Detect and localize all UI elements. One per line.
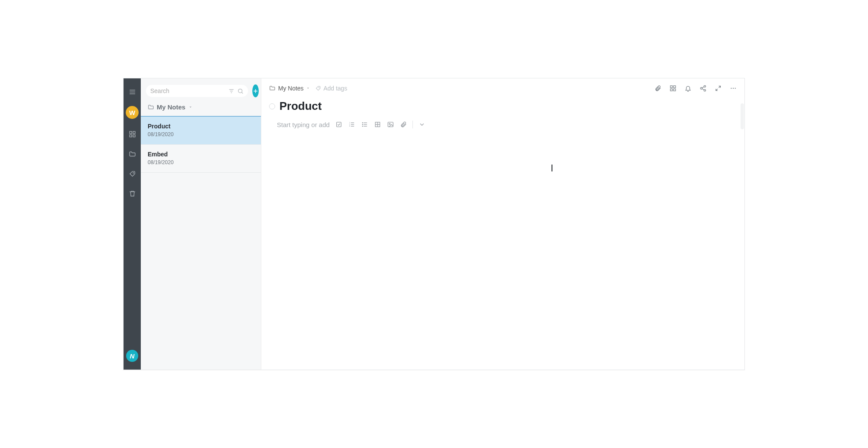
share-button[interactable] [699,84,707,92]
breadcrumb[interactable]: My Notes [269,85,310,92]
dashboard-button[interactable] [127,128,138,140]
breadcrumb-folder: My Notes [278,85,304,92]
add-tags-button[interactable]: Add tags [315,85,347,92]
list-item[interactable]: Embed 08/19/2020 [141,145,261,173]
svg-text:3: 3 [349,125,350,127]
paperclip-icon [654,85,661,92]
menu-button[interactable] [127,86,138,97]
separator [412,121,413,128]
editor-panel: My Notes Add tags [261,78,744,370]
view-button[interactable] [669,84,676,92]
editor-placeholder: Start typing or add [277,121,330,128]
list-item-date: 08/19/2020 [148,159,254,165]
insert-table-button[interactable] [374,121,381,128]
search-button[interactable] [237,88,244,94]
svg-point-15 [319,87,319,87]
folder-icon [129,150,136,158]
search-field-wrap[interactable] [146,85,248,97]
dots-icon [730,85,737,92]
svg-point-22 [704,89,706,91]
svg-line-24 [702,89,704,90]
editor-body[interactable] [261,132,744,370]
chevron-down-icon [188,105,193,109]
trash-button[interactable] [127,188,138,199]
insert-ordered-list-button[interactable]: 123 [348,121,356,128]
list-item-date: 08/19/2020 [148,131,254,137]
app-window: W N [123,78,745,370]
grid-icon [670,85,676,92]
svg-point-40 [362,122,363,123]
chevron-down-icon [418,121,425,128]
avatar-letter: W [129,109,135,116]
folders-button[interactable] [127,148,138,159]
scrollbar-thumb[interactable] [741,103,744,129]
folder-icon [148,104,154,110]
filter-button[interactable] [228,88,235,94]
search-input[interactable] [150,87,226,94]
trash-icon [129,190,136,197]
svg-rect-19 [673,89,676,91]
list-header-label: My Notes [157,103,186,111]
expand-button[interactable] [714,84,722,92]
tag-icon [315,85,321,91]
tags-button[interactable] [127,168,138,179]
app-logo-button[interactable]: N [126,350,138,362]
top-actions [654,84,737,92]
new-note-button[interactable] [252,84,259,97]
editor-placeholder-row: Start typing or add 123 [261,117,744,132]
svg-point-47 [389,123,390,124]
folder-icon [269,85,276,91]
ordered-list-icon: 123 [348,121,355,128]
insert-checkbox-button[interactable] [335,121,343,128]
svg-point-11 [239,89,242,93]
svg-rect-6 [133,134,135,137]
expand-icon [715,85,722,92]
svg-point-28 [732,87,733,88]
plus-icon [252,88,259,94]
search-icon [237,88,244,94]
list-toolbar [141,78,261,103]
insert-bullet-list-button[interactable] [361,121,369,128]
text-cursor [552,165,552,171]
add-tags-label: Add tags [323,85,347,92]
svg-point-20 [704,85,706,87]
checkbox-icon [335,121,342,128]
icon-rail: W N [124,78,141,370]
grid-icon [129,131,136,138]
svg-point-29 [735,87,735,88]
svg-rect-5 [130,134,132,137]
svg-point-21 [701,87,702,89]
insert-image-button[interactable] [387,121,394,128]
table-icon [374,121,381,128]
list-item[interactable]: Product 08/19/2020 [141,116,261,145]
task-toggle[interactable] [269,103,275,109]
more-button[interactable] [729,84,737,92]
insert-attachment-button[interactable] [400,121,407,128]
svg-point-42 [362,126,363,126]
editor-toolbar: My Notes Add tags [261,78,744,95]
chevron-down-icon [306,86,310,90]
filter-icon [228,88,235,94]
svg-rect-3 [130,131,132,134]
list-header[interactable]: My Notes [141,103,261,116]
insert-more-button[interactable] [418,121,426,128]
logo-icon: N [130,352,135,360]
svg-line-23 [702,87,704,88]
image-icon [387,121,394,128]
svg-rect-17 [673,86,676,88]
reminder-button[interactable] [684,84,691,92]
bullet-list-icon [361,121,368,128]
paperclip-icon [400,121,407,128]
share-icon [700,85,707,92]
avatar-button[interactable]: W [126,106,139,119]
svg-rect-4 [133,131,135,134]
svg-point-41 [362,124,363,124]
svg-line-12 [242,92,243,93]
hamburger-icon [129,88,136,96]
attachments-button[interactable] [654,84,661,92]
svg-point-7 [133,172,133,173]
tag-icon [129,170,136,177]
svg-rect-30 [336,122,341,127]
list-item-title: Embed [148,151,254,158]
note-title[interactable]: Product [279,100,322,113]
